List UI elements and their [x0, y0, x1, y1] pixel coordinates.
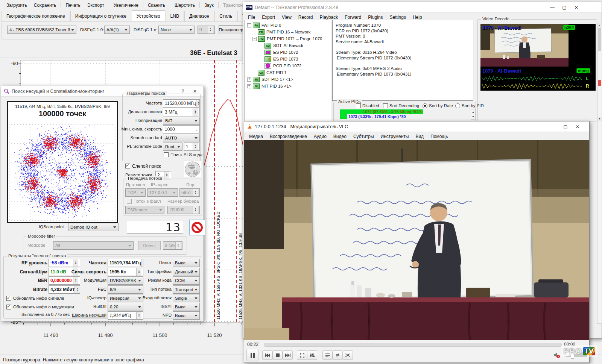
- spinner-arrows[interactable]: ▲▼: [208, 26, 213, 33]
- collapse-icon[interactable]: −: [247, 23, 251, 27]
- tree-item-pat[interactable]: − PA PAT PID 0: [247, 22, 281, 28]
- sort-descending-checkbox[interactable]: [383, 103, 388, 108]
- pl-scramble-value-field[interactable]: 1▲▼: [184, 143, 200, 151]
- close-button[interactable]: ✕: [570, 3, 582, 11]
- next-button[interactable]: [283, 350, 293, 360]
- tab-satellite-info[interactable]: Информация о спутнике: [70, 11, 131, 22]
- tree-item-nit16[interactable]: + NI NIT PID 16 <1>: [247, 83, 292, 89]
- scroll-down-icon[interactable]: ▼: [597, 117, 602, 121]
- pid-list-scroll[interactable]: ▲▼: [471, 109, 476, 120]
- vlc-menu-audio[interactable]: Аудио: [310, 133, 330, 140]
- tab-lnb[interactable]: LNB: [166, 11, 184, 22]
- playlist-button[interactable]: [322, 350, 333, 360]
- vlc-titlebar[interactable]: 127.0.0.1:1234 - Медиапроигрыватель VLC …: [244, 121, 589, 132]
- tab-geo[interactable]: Географическое положение: [2, 11, 70, 22]
- minimize-button[interactable]: —: [547, 123, 559, 130]
- tree-item-sdt17[interactable]: + SD SDT PID 17 <1>: [247, 76, 293, 82]
- iqscan-select[interactable]: Demod IQ out: [68, 223, 119, 231]
- vlc-video[interactable]: [244, 140, 589, 340]
- polarization-select[interactable]: В/П: [163, 117, 200, 125]
- maximize-button[interactable]: ▢: [558, 3, 570, 11]
- scroll-up-icon[interactable]: ▲: [597, 23, 602, 28]
- position-stepper[interactable]: 0▲▼: [198, 26, 215, 34]
- vlc-menu-media[interactable]: Медиа: [246, 133, 266, 140]
- menu-zoom[interactable]: Увеличение: [110, 2, 142, 9]
- search-range-field[interactable]: 3 МГц▲▼: [163, 108, 200, 116]
- sort-by-rate-radio[interactable]: [423, 103, 427, 108]
- menu-export[interactable]: Экспорт: [84, 2, 108, 9]
- spinner-arrows[interactable]: ▲▼: [193, 143, 198, 150]
- tuner-select[interactable]: 4 - TBS 6908 DVBS/S2 Tuner 3: [7, 26, 76, 34]
- pilot-select[interactable]: Выкл.: [173, 259, 200, 267]
- spinner-arrows[interactable]: ▲▼: [164, 171, 169, 179]
- expand-icon[interactable]: +: [247, 77, 251, 82]
- diseqc1x-select[interactable]: None: [158, 26, 195, 34]
- pause-button[interactable]: [246, 349, 258, 361]
- symbolrate-field[interactable]: 1595 Кс▲▼: [108, 268, 143, 276]
- tree-item-es1072[interactable]: ES PID 1072: [265, 49, 298, 55]
- close-button[interactable]: ✕: [572, 123, 584, 130]
- code-mode-select[interactable]: CCM: [173, 276, 200, 285]
- input-stream-select[interactable]: Single: [173, 294, 200, 302]
- carrier-width-field[interactable]: 1,914 МГц▲▼: [108, 311, 143, 320]
- tab-device[interactable]: Устройство: [132, 10, 165, 21]
- minimize-button[interactable]: —: [546, 3, 558, 11]
- stop-button[interactable]: [272, 350, 283, 360]
- update-modulation-info-checkbox[interactable]: [6, 305, 11, 309]
- equalizer-button[interactable]: [307, 350, 317, 360]
- menu-sweep[interactable]: Шерстить: [171, 2, 198, 9]
- seek-bar[interactable]: [264, 343, 562, 347]
- carrier-width-link[interactable]: Ширина несущей: [69, 313, 106, 317]
- pls-search-checkbox[interactable]: [164, 152, 169, 157]
- decode-scrollbar[interactable]: ▲ ▼: [597, 23, 602, 324]
- spinner-arrows[interactable]: ▲▼: [193, 108, 198, 116]
- spinner-arrows[interactable]: ▲▼: [136, 268, 141, 276]
- result-frequency-field[interactable]: 11519,784 МГц▲▼: [108, 259, 143, 267]
- vlc-menu-subtitles[interactable]: Субтитры: [350, 133, 377, 140]
- previous-button[interactable]: [262, 350, 272, 360]
- menu-sound[interactable]: Звук: [201, 2, 217, 9]
- scroll-thumb[interactable]: [598, 28, 601, 51]
- issyi-select[interactable]: Выкл.: [173, 303, 200, 311]
- vlc-menu-tools[interactable]: Инструменты: [377, 133, 412, 140]
- menu-scan[interactable]: Сканить: [144, 2, 169, 9]
- mute-icon[interactable]: ✕: [553, 352, 560, 358]
- search-standard-select[interactable]: AUTO: [163, 134, 200, 142]
- frequency-field[interactable]: 11520,000 МГц▲▼: [163, 99, 200, 108]
- menu-load[interactable]: Загрузить: [3, 2, 30, 9]
- sort-by-pid-radio[interactable]: [455, 103, 460, 108]
- stop-scan-button[interactable]: [189, 220, 205, 235]
- frame-type-select[interactable]: Длинный: [173, 268, 200, 276]
- npd-select[interactable]: Выкл.: [173, 311, 200, 320]
- fec-select[interactable]: 8/9: [108, 285, 143, 294]
- tree-item-pmt1071[interactable]: − PM PMT PID 1071 – Progr. 1070: [252, 36, 322, 42]
- menu-print[interactable]: Печать: [62, 2, 84, 9]
- expand-icon[interactable]: +: [247, 84, 251, 88]
- vlc-menu-video[interactable]: Видео: [330, 133, 350, 140]
- maximize-button[interactable]: ▢: [559, 123, 572, 130]
- min-symbolrate-combo[interactable]: 1000⌄: [163, 125, 200, 133]
- menu-save[interactable]: Сохранить: [30, 2, 60, 9]
- tree-item-sdt-albawadi[interactable]: SD SDT: Al-Bawadi: [265, 42, 303, 49]
- spinner-arrows[interactable]: ▲▼: [136, 312, 141, 319]
- modulation-select[interactable]: DVBS2/8PSK: [108, 276, 143, 285]
- update-signal-info-checkbox[interactable]: [6, 296, 11, 301]
- disabled-checkbox[interactable]: [356, 103, 361, 108]
- tree-item-es1073[interactable]: ES PID 1073: [265, 56, 298, 62]
- collapse-icon[interactable]: −: [252, 37, 257, 41]
- vlc-menu-help[interactable]: Помощь: [427, 133, 451, 140]
- tab-style[interactable]: Стиль: [214, 11, 237, 22]
- rolloff-select[interactable]: 0.20: [108, 303, 143, 311]
- positioner-button[interactable]: Позиционер: [219, 25, 243, 34]
- shuffle-button[interactable]: [343, 350, 353, 360]
- stream-type-select[interactable]: Transport: [173, 285, 200, 294]
- pl-scramble-mode-select[interactable]: Root: [163, 143, 182, 151]
- tree-item-cat[interactable]: CA CAT PID 1: [258, 70, 287, 76]
- tsreader-titlebar[interactable]: DVB Default -- TSReader Professional 2.8…: [243, 2, 602, 13]
- tab-range[interactable]: Диапазон: [184, 11, 214, 22]
- vlc-menu-playback[interactable]: Воспроизведение: [266, 133, 310, 140]
- vlc-menu-view[interactable]: Вид: [412, 133, 427, 140]
- fullscreen-button[interactable]: [297, 350, 307, 360]
- blind-search-checkbox[interactable]: [125, 164, 130, 168]
- tree-item-pmt16[interactable]: PM PMT PID 16 – Network: [258, 29, 310, 35]
